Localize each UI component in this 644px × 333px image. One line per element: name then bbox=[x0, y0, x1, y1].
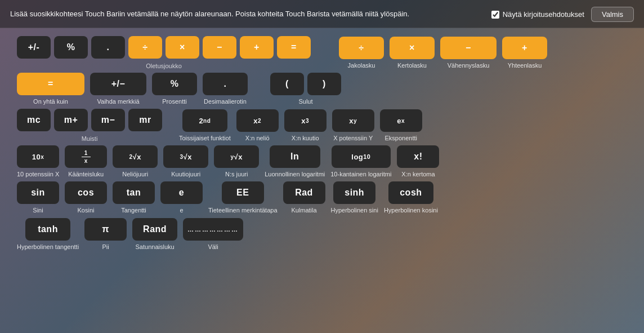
btn-rparen[interactable]: ) bbox=[307, 73, 341, 95]
btn-cbrt[interactable]: 3√x bbox=[163, 145, 208, 168]
row-6: tanh Hyperbolinen tangentti π Pii Rand S… bbox=[17, 218, 627, 251]
label-jakolasku: Jakolasku bbox=[348, 62, 375, 69]
btn-divide-group[interactable]: ÷ bbox=[128, 36, 162, 59]
btn-ee[interactable]: EE bbox=[222, 181, 264, 204]
btn-xsq[interactable]: x2 bbox=[236, 109, 279, 132]
btn-jakolasku[interactable]: ÷ bbox=[339, 37, 384, 59]
btn-ln[interactable]: ln bbox=[270, 145, 320, 168]
btn-mminus[interactable]: m− bbox=[91, 109, 125, 131]
btn-mc[interactable]: mc bbox=[17, 109, 51, 131]
item-log10: log10 10-kantainen logaritmi bbox=[330, 145, 391, 178]
btn-sinh[interactable]: sinh bbox=[333, 181, 375, 204]
btn-plusminus2[interactable]: +/− bbox=[90, 73, 146, 95]
btn-sqrt[interactable]: 2√x bbox=[113, 145, 158, 168]
label-sin: Sini bbox=[33, 207, 43, 214]
item-ee: EE Tieteellinen merkintätapa bbox=[208, 181, 278, 214]
btn-invx[interactable]: 1 x bbox=[65, 145, 107, 168]
label-2nd: Toissijaiset funktiot bbox=[179, 135, 231, 142]
item-e: e e bbox=[160, 181, 203, 214]
item-sin: sin Sini bbox=[17, 181, 59, 214]
show-suggestions-checkbox[interactable] bbox=[491, 11, 499, 19]
label-rad: Kulmatila bbox=[291, 207, 316, 214]
btn-log10[interactable]: log10 bbox=[332, 145, 391, 168]
btn-yhteenlasku[interactable]: + bbox=[502, 37, 547, 59]
item-ex: ex Eksponentti bbox=[380, 109, 422, 142]
btn-e[interactable]: e bbox=[160, 181, 203, 204]
item-10x: 10x 10 potenssiin X bbox=[17, 145, 59, 178]
btn-pi[interactable]: π bbox=[84, 218, 127, 241]
item-nrt: y√x N:s juuri bbox=[214, 145, 259, 178]
btn-tanh[interactable]: tanh bbox=[25, 218, 70, 241]
label-plusminus2: Vaihda merkkiä bbox=[97, 98, 140, 105]
label-spacer: Väli bbox=[208, 243, 218, 251]
btn-nrt[interactable]: y√x bbox=[214, 145, 259, 168]
item-xy: xy X potenssiin Y bbox=[332, 109, 374, 142]
label-ex: Eksponentti bbox=[384, 135, 417, 142]
item-vahennyslasku: − Vähennyslasku bbox=[440, 37, 497, 69]
btn-vahennyslasku[interactable]: − bbox=[440, 37, 497, 59]
checkbox-label[interactable]: Näytä kirjoitusehdotukset bbox=[491, 10, 584, 19]
btn-percent[interactable]: % bbox=[54, 36, 88, 59]
label-kertolasku: Kertolasku bbox=[397, 62, 427, 69]
btn-rad[interactable]: Rad bbox=[283, 181, 325, 204]
label-ln: Luonnollinen logaritmi bbox=[265, 171, 325, 178]
label-yhteenlasku: Yhteenlasku bbox=[508, 62, 542, 69]
btn-xy[interactable]: xy bbox=[332, 109, 374, 132]
item-cosh: cosh Hyperbolinen kosini bbox=[384, 181, 438, 214]
row-5: sin Sini cos Kosini tan Tangentti e e EE… bbox=[17, 181, 627, 214]
btn-equals[interactable]: = bbox=[17, 73, 84, 95]
btn-decimal[interactable]: . bbox=[203, 73, 248, 95]
item-equals: = On yhtä kuin bbox=[17, 73, 84, 105]
label-ee: Tieteellinen merkintätapa bbox=[208, 207, 278, 214]
item-cos: cos Kosini bbox=[65, 181, 107, 214]
item-xcube: x3 X:n kuutio bbox=[284, 109, 327, 142]
item-xsq: x2 X:n neliö bbox=[236, 109, 279, 142]
calculator-grid: +/- % . ÷ × − + = Oletusjoukko ÷ Jakolas… bbox=[0, 28, 644, 260]
btn-xcube[interactable]: x3 bbox=[284, 109, 327, 132]
label-10x: 10 potenssiin X bbox=[17, 171, 59, 178]
memory-buttons: mc m+ m− mr bbox=[17, 109, 162, 131]
btn-sin[interactable]: sin bbox=[17, 181, 59, 204]
item-tan: tan Tangentti bbox=[113, 181, 155, 214]
item-kertolasku: × Kertolasku bbox=[390, 37, 435, 69]
btn-kertolasku[interactable]: × bbox=[390, 37, 435, 59]
btn-lparen[interactable]: ( bbox=[270, 73, 304, 95]
memory-label: Muisti bbox=[82, 135, 98, 142]
item-decimal: . Desimaalierotin bbox=[203, 73, 248, 105]
btn-plus-group[interactable]: + bbox=[240, 36, 274, 59]
item-rand: Rand Satunnaisluku bbox=[132, 218, 177, 251]
btn-percent2[interactable]: % bbox=[152, 73, 197, 95]
oletusjoukko-group: +/- % . ÷ × − + = Oletusjoukko bbox=[17, 36, 311, 69]
label-percent2: Prosentti bbox=[162, 98, 186, 105]
btn-tan[interactable]: tan bbox=[113, 181, 155, 204]
btn-dot[interactable]: . bbox=[91, 36, 125, 59]
btn-xfact[interactable]: x! bbox=[397, 145, 439, 168]
btn-spacer[interactable]: ………………… bbox=[183, 218, 243, 241]
label-cbrt: Kuutiojuuri bbox=[171, 171, 200, 178]
label-cosh: Hyperbolinen kosini bbox=[384, 207, 438, 214]
item-xfact: x! X:n kertoma bbox=[397, 145, 439, 178]
btn-cosh[interactable]: cosh bbox=[388, 181, 433, 204]
btn-10x[interactable]: 10x bbox=[17, 145, 59, 168]
btn-equals-group[interactable]: = bbox=[277, 36, 311, 59]
oletusjoukko-label: Oletusjoukko bbox=[146, 63, 182, 69]
item-2nd: 2nd Toissijaiset funktiot bbox=[179, 109, 231, 142]
label-nrt: N:s juuri bbox=[225, 171, 248, 178]
btn-minus-group[interactable]: − bbox=[203, 36, 236, 59]
done-button[interactable]: Valmis bbox=[591, 7, 634, 22]
btn-ex[interactable]: ex bbox=[380, 109, 422, 132]
item-rad: Rad Kulmatila bbox=[283, 181, 325, 214]
btn-plusminus[interactable]: +/- bbox=[17, 36, 51, 59]
btn-mr[interactable]: mr bbox=[128, 109, 162, 131]
btn-cos[interactable]: cos bbox=[65, 181, 107, 204]
label-cos: Kosini bbox=[78, 207, 95, 214]
btn-2nd[interactable]: 2nd bbox=[182, 109, 227, 132]
label-e: e bbox=[180, 207, 183, 214]
btn-rand[interactable]: Rand bbox=[132, 218, 177, 241]
btn-mplus[interactable]: m+ bbox=[54, 109, 88, 131]
btn-multiply-group[interactable]: × bbox=[166, 36, 199, 59]
item-spacer: ………………… Väli bbox=[183, 218, 243, 251]
label-pi: Pii bbox=[102, 243, 109, 251]
header-right: Näytä kirjoitusehdotukset Valmis bbox=[491, 7, 634, 22]
item-tanh: tanh Hyperbolinen tangentti bbox=[17, 218, 79, 251]
